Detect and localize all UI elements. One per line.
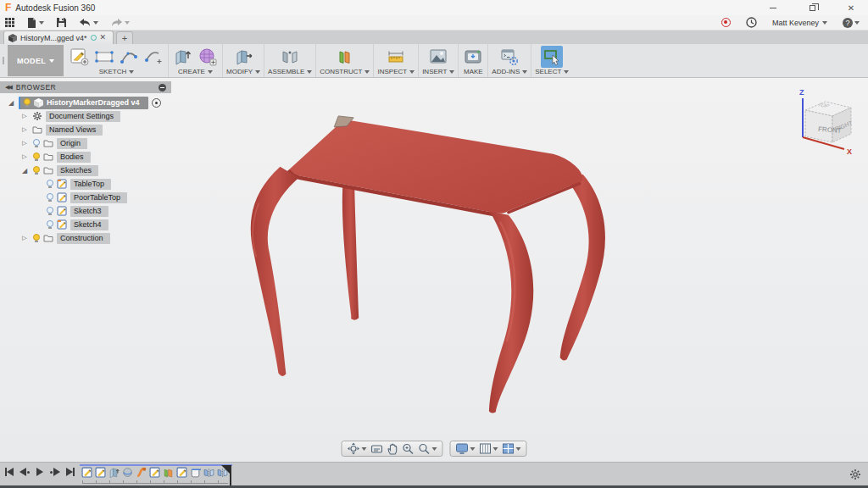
timeline-shell-feature[interactable]: [189, 466, 201, 479]
timeline-sketch-feature[interactable]: [94, 466, 106, 479]
create-sketch-button[interactable]: [69, 46, 91, 68]
scripts-addins-button[interactable]: [498, 46, 520, 68]
help-icon: ?: [843, 18, 853, 28]
visibility-bulb-icon[interactable]: [46, 220, 53, 230]
file-menu-button[interactable]: [26, 17, 44, 29]
addins-group-menu[interactable]: ADD-INS: [492, 68, 527, 76]
create-group-menu[interactable]: CREATE: [178, 68, 213, 76]
timeline-extrude-feature[interactable]: [108, 466, 120, 479]
modify-group-menu[interactable]: MODIFY: [226, 68, 260, 76]
tree-row-bodies[interactable]: ▷ Bodies: [20, 150, 171, 164]
construct-group-menu[interactable]: CONSTRUCT: [320, 68, 370, 76]
workspace-selector[interactable]: MODEL: [8, 45, 64, 76]
select-group-menu[interactable]: SELECT: [535, 68, 569, 76]
go-to-end-button[interactable]: [66, 468, 75, 476]
sketch-tangent-arc-button[interactable]: [142, 46, 164, 68]
go-to-start-button[interactable]: [5, 468, 14, 476]
tree-row-sketches[interactable]: ◢ Sketches: [20, 164, 171, 177]
hide-panel-icon[interactable]: [159, 84, 166, 92]
close-button[interactable]: ✕: [846, 3, 856, 13]
collapse-panel-icon[interactable]: ◀◀: [5, 84, 11, 91]
insert-button[interactable]: [427, 46, 449, 68]
create-form-button[interactable]: [197, 46, 219, 68]
expander-icon[interactable]: ◢: [20, 167, 29, 175]
timeline-sweep-feature[interactable]: [135, 466, 147, 479]
visibility-bulb-icon[interactable]: [32, 139, 40, 148]
clock-icon[interactable]: [746, 17, 757, 28]
tree-row-document-settings[interactable]: ▷ Document Settings: [20, 109, 171, 123]
ribbon-grip[interactable]: [0, 44, 6, 77]
pan-button[interactable]: [387, 443, 398, 455]
undo-button[interactable]: [79, 18, 98, 28]
construction-plane-button[interactable]: [334, 46, 356, 68]
sketch-arc-button[interactable]: [118, 46, 140, 68]
user-menu[interactable]: Matt Keveney: [772, 19, 827, 27]
visibility-bulb-icon[interactable]: [46, 180, 53, 189]
browser-header[interactable]: ◀◀ BROWSER: [0, 81, 171, 93]
look-at-button[interactable]: [371, 444, 383, 454]
zoom-button[interactable]: [403, 443, 415, 455]
make-group-menu[interactable]: MAKE: [464, 68, 483, 76]
help-menu[interactable]: ?: [843, 18, 860, 28]
extrude-button[interactable]: [172, 46, 194, 68]
restore-button[interactable]: [807, 3, 817, 13]
sketch-rectangle-button[interactable]: [93, 46, 115, 68]
expander-icon[interactable]: ▷: [20, 140, 29, 147]
visibility-bulb-icon[interactable]: [32, 166, 40, 175]
redo-button[interactable]: [110, 18, 130, 28]
tree-row-root[interactable]: ◢ HistoryMarkerDragged v4: [7, 96, 171, 109]
tree-row-sketch4[interactable]: Sketch4: [46, 218, 171, 231]
expander-icon[interactable]: ◢: [7, 99, 15, 107]
tree-row-origin[interactable]: ▷ Origin: [20, 136, 171, 150]
orbit-button[interactable]: [348, 442, 367, 455]
visibility-bulb-icon[interactable]: [23, 98, 31, 108]
inspect-group-menu[interactable]: INSPECT: [377, 68, 415, 76]
visibility-bulb-icon[interactable]: [46, 207, 53, 216]
step-forward-button[interactable]: [49, 468, 60, 476]
visibility-bulb-icon[interactable]: [32, 152, 40, 162]
tree-row-named-views[interactable]: ▷ Named Views: [20, 123, 171, 136]
timeline-mirror-feature[interactable]: [203, 466, 214, 479]
grid-snaps-button[interactable]: [480, 443, 498, 454]
insert-group-menu[interactable]: INSERT: [422, 68, 454, 76]
app-launcher-button[interactable]: [5, 18, 14, 27]
viewports-button[interactable]: [503, 443, 521, 454]
timeline-sketch-feature[interactable]: [81, 466, 92, 479]
press-pull-button[interactable]: [232, 46, 254, 68]
viewport-canvas[interactable]: ◀◀ BROWSER ◢ HistoryMarkerDragged v4: [0, 78, 868, 462]
save-button[interactable]: [56, 17, 67, 28]
tree-row-sketch3[interactable]: Sketch3: [46, 204, 171, 218]
visibility-bulb-icon[interactable]: [46, 193, 53, 202]
tree-row-poortabletop[interactable]: PoorTableTop: [46, 191, 171, 204]
expander-icon[interactable]: ▷: [20, 113, 29, 119]
activate-component-icon[interactable]: [152, 98, 161, 108]
live-review-icon[interactable]: [721, 18, 731, 27]
step-back-button[interactable]: [19, 468, 31, 476]
measure-button[interactable]: [385, 46, 407, 68]
new-tab-button[interactable]: +: [116, 31, 133, 44]
expander-icon[interactable]: ▷: [20, 235, 29, 241]
sketch-group-menu[interactable]: SKETCH: [99, 68, 134, 76]
timeline-revolve-feature[interactable]: [121, 466, 133, 479]
timeline-sketch-feature[interactable]: [148, 466, 160, 479]
tab-close-icon[interactable]: ✕: [100, 34, 107, 42]
timeline-settings-button[interactable]: [849, 469, 861, 484]
make-button[interactable]: [462, 46, 484, 68]
timeline-sketch-feature[interactable]: [175, 466, 187, 479]
history-marker[interactable]: [230, 465, 231, 485]
visibility-bulb-icon[interactable]: [32, 234, 40, 243]
tree-row-tabletop[interactable]: TableTop: [46, 177, 171, 191]
minimize-button[interactable]: [768, 3, 778, 13]
document-tab[interactable]: HistoryM...gged v4* ✕: [3, 30, 114, 44]
select-button[interactable]: [541, 46, 563, 68]
tree-row-construction[interactable]: ▷ Construction: [20, 231, 171, 245]
expander-icon[interactable]: ▷: [20, 153, 29, 160]
view-cube[interactable]: FRONT RIGHT TOP Z X: [792, 85, 860, 158]
timeline-construction-plane-feature[interactable]: [162, 466, 174, 479]
fit-button[interactable]: [419, 443, 437, 455]
expander-icon[interactable]: ▷: [20, 126, 29, 133]
display-settings-button[interactable]: [456, 443, 476, 454]
play-button[interactable]: [36, 468, 43, 476]
joint-button[interactable]: [279, 46, 301, 68]
assemble-group-menu[interactable]: ASSEMBLE: [268, 68, 312, 76]
